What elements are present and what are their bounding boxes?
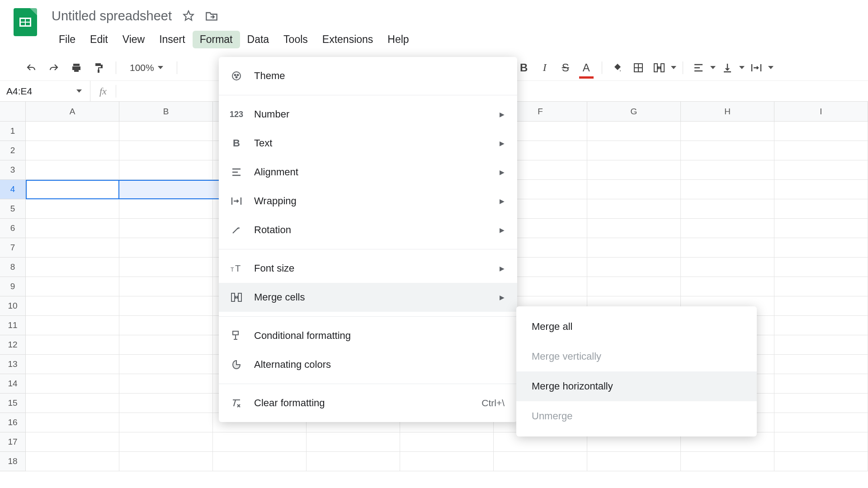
cell[interactable] [26, 238, 119, 258]
cell[interactable] [681, 258, 774, 277]
cell[interactable] [26, 432, 119, 452]
cell[interactable] [774, 180, 868, 199]
cell[interactable] [587, 258, 681, 277]
cell[interactable] [774, 277, 868, 296]
menu-insert[interactable]: Insert [152, 31, 193, 48]
menu-file[interactable]: File [52, 31, 83, 48]
undo-button[interactable] [22, 58, 41, 77]
menu-view[interactable]: View [115, 31, 152, 48]
format-conditional[interactable]: Conditional formatting [219, 321, 517, 350]
paint-format-button[interactable] [90, 58, 108, 77]
cell[interactable] [681, 141, 774, 160]
cell[interactable] [681, 160, 774, 180]
column-header[interactable]: G [587, 102, 681, 121]
cell[interactable] [119, 452, 213, 471]
column-header[interactable]: B [119, 102, 213, 121]
cell[interactable] [681, 452, 774, 471]
menu-data[interactable]: Data [240, 31, 277, 48]
chevron-down-icon[interactable] [710, 66, 716, 69]
cell[interactable] [774, 374, 868, 394]
format-merge-cells[interactable]: Merge cells ▶ [219, 283, 517, 312]
cell[interactable] [26, 452, 119, 471]
name-box[interactable]: A4:E4 [0, 81, 90, 101]
cell[interactable] [774, 413, 868, 432]
cell[interactable] [587, 122, 681, 141]
cell[interactable] [494, 452, 587, 471]
cell[interactable] [774, 219, 868, 238]
cell[interactable] [774, 122, 868, 141]
cell[interactable] [119, 296, 213, 316]
menu-edit[interactable]: Edit [83, 31, 115, 48]
cell[interactable] [774, 296, 868, 316]
cell[interactable] [213, 452, 307, 471]
horizontal-align-button[interactable] [689, 59, 708, 77]
cell[interactable] [26, 258, 119, 277]
cell[interactable] [774, 335, 868, 355]
cell[interactable] [774, 316, 868, 335]
fill-color-button[interactable] [609, 59, 627, 77]
cell[interactable] [774, 355, 868, 374]
cell[interactable] [119, 277, 213, 296]
menu-format[interactable]: Format [193, 31, 240, 48]
row-header[interactable]: 16 [0, 413, 26, 432]
cell[interactable] [26, 296, 119, 316]
cell[interactable] [119, 122, 213, 141]
cell[interactable] [681, 199, 774, 219]
cell[interactable] [774, 452, 868, 471]
merge-all[interactable]: Merge all [516, 312, 757, 342]
row-header[interactable]: 10 [0, 296, 26, 316]
format-number[interactable]: 123 Number ▶ [219, 100, 517, 129]
row-header[interactable]: 1 [0, 122, 26, 141]
row-header[interactable]: 8 [0, 258, 26, 277]
cell[interactable] [587, 199, 681, 219]
row-header[interactable]: 11 [0, 316, 26, 335]
cell[interactable] [400, 452, 494, 471]
format-rotation[interactable]: Rotation ▶ [219, 216, 517, 244]
cell[interactable] [119, 374, 213, 394]
merge-horizontally[interactable]: Merge horizontally [516, 371, 757, 401]
row-header[interactable]: 2 [0, 141, 26, 160]
cell[interactable] [213, 432, 307, 452]
chevron-down-icon[interactable] [768, 66, 774, 69]
format-text[interactable]: B Text ▶ [219, 129, 517, 158]
cell[interactable] [774, 258, 868, 277]
chevron-down-icon[interactable] [671, 66, 676, 69]
cell[interactable] [774, 141, 868, 160]
cell[interactable] [26, 355, 119, 374]
cell[interactable] [119, 238, 213, 258]
column-header[interactable]: I [774, 102, 868, 121]
row-header[interactable]: 14 [0, 374, 26, 394]
cell[interactable] [587, 180, 681, 199]
row-header[interactable]: 12 [0, 335, 26, 355]
format-theme[interactable]: Theme [219, 61, 517, 90]
cell[interactable] [26, 335, 119, 355]
cell[interactable] [119, 141, 213, 160]
cell[interactable] [119, 394, 213, 413]
cell[interactable] [26, 413, 119, 432]
cell[interactable] [681, 238, 774, 258]
cell[interactable] [587, 219, 681, 238]
column-header[interactable]: A [26, 102, 119, 121]
row-header[interactable]: 15 [0, 394, 26, 413]
cell[interactable] [26, 199, 119, 219]
cell[interactable] [774, 199, 868, 219]
cell[interactable] [119, 316, 213, 335]
cell[interactable] [26, 122, 119, 141]
text-wrap-button[interactable] [747, 59, 765, 77]
cell[interactable] [681, 219, 774, 238]
cell[interactable] [26, 394, 119, 413]
document-title[interactable]: Untitled spreadsheet [52, 9, 172, 23]
text-color-button[interactable]: A [577, 59, 595, 77]
row-header[interactable]: 9 [0, 277, 26, 296]
zoom-dropdown[interactable]: 100% [123, 62, 170, 73]
cell[interactable] [26, 316, 119, 335]
format-alternating[interactable]: Alternating colors [219, 350, 517, 379]
format-clear[interactable]: Clear formatting Ctrl+\ [219, 389, 517, 418]
cell[interactable] [587, 160, 681, 180]
cell[interactable] [681, 122, 774, 141]
cell[interactable] [119, 335, 213, 355]
cell[interactable] [587, 141, 681, 160]
cell[interactable] [774, 238, 868, 258]
format-wrapping[interactable]: Wrapping ▶ [219, 187, 517, 216]
cell[interactable] [119, 355, 213, 374]
